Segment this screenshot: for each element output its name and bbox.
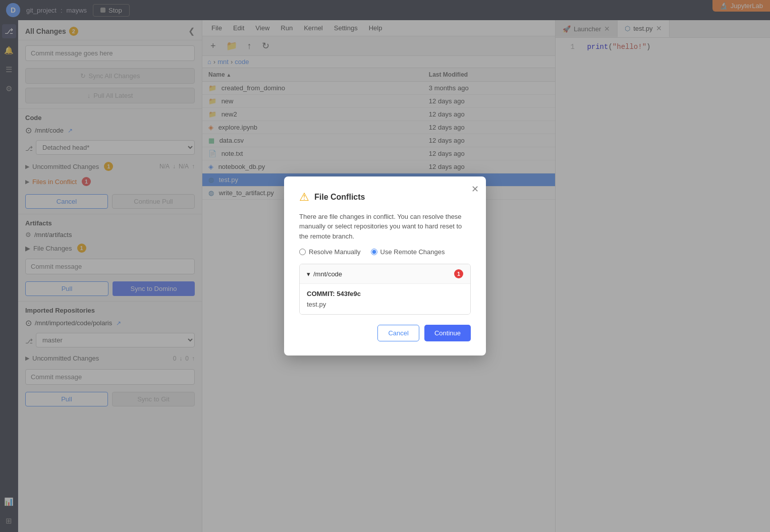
conflict-box-header[interactable]: ▾ /mnt/code 1 <box>300 264 470 284</box>
chevron-down-icon: ▾ <box>307 270 310 278</box>
modal-cancel-button[interactable]: Cancel <box>377 325 419 341</box>
resolve-manually-radio[interactable] <box>299 249 306 255</box>
modal-warning-icon: ⚠ <box>299 191 309 204</box>
modal-body: There are file changes in conflict. You … <box>299 212 471 315</box>
conflict-file: test.py <box>307 301 463 308</box>
modal-close-button[interactable]: ✕ <box>471 184 479 195</box>
conflict-box: ▾ /mnt/code 1 COMMIT: 543fe9c test.py <box>299 264 471 315</box>
resolve-manually-label[interactable]: Resolve Manually <box>299 248 361 256</box>
modal-description: There are file changes in conflict. You … <box>299 212 471 242</box>
modal-overlay: ⚠ File Conflicts ✕ There are file change… <box>0 0 770 532</box>
use-remote-text: Use Remote Changes <box>380 248 445 256</box>
modal-title: File Conflicts <box>314 193 365 202</box>
use-remote-changes-label[interactable]: Use Remote Changes <box>371 248 445 256</box>
conflict-detail: COMMIT: 543fe9c test.py <box>300 284 470 314</box>
modal-footer: Cancel Continue <box>299 325 471 341</box>
resolve-manually-text: Resolve Manually <box>309 248 361 256</box>
conflict-path: ▾ /mnt/code <box>307 270 342 278</box>
modal-continue-button[interactable]: Continue <box>424 325 471 341</box>
use-remote-radio[interactable] <box>371 249 377 255</box>
modal-header: ⚠ File Conflicts <box>299 191 471 204</box>
commit-ref: COMMIT: 543fe9c <box>307 290 463 298</box>
modal-radio-row: Resolve Manually Use Remote Changes <box>299 248 471 256</box>
file-conflicts-modal: ⚠ File Conflicts ✕ There are file change… <box>284 176 486 356</box>
conflict-red-badge: 1 <box>454 269 463 278</box>
